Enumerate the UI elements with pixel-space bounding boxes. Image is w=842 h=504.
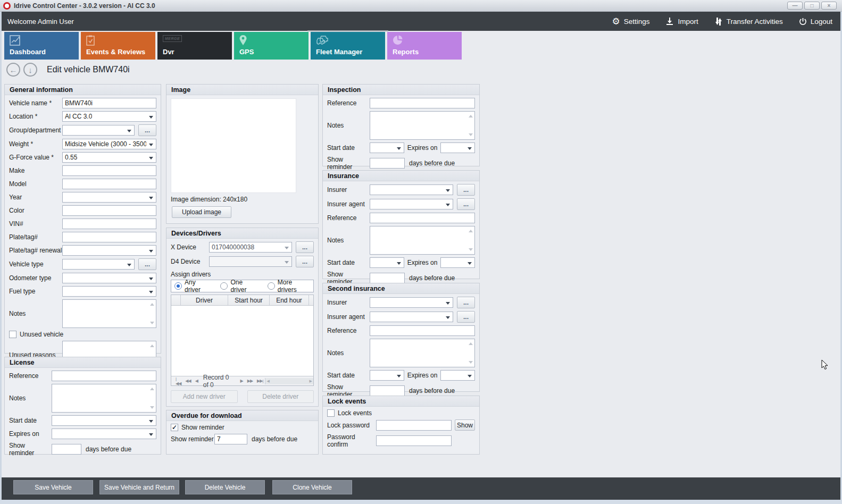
insurance-start-date-select[interactable]	[370, 257, 404, 268]
vin-input[interactable]	[62, 219, 156, 229]
next-page-button[interactable]: ▶▶	[247, 379, 253, 383]
tab-dvr[interactable]: MERGE Dvr	[157, 32, 232, 60]
transfer-activities-button[interactable]: Transfer Activities	[714, 17, 783, 26]
scroll-down-button[interactable]: ↓	[23, 63, 37, 77]
chevron-down-icon	[446, 189, 450, 192]
general-notes-textarea[interactable]	[62, 299, 156, 328]
model-input[interactable]	[62, 179, 156, 189]
clone-vehicle-button[interactable]: Clone Vehicle	[272, 480, 352, 494]
inspection-start-date-select[interactable]	[370, 142, 404, 153]
d4-device-browse-button[interactable]: ...	[296, 256, 314, 267]
show-password-button[interactable]: Show	[455, 419, 475, 431]
group-department-browse-button[interactable]: ...	[138, 124, 156, 136]
inspection-expires-select[interactable]	[440, 142, 475, 153]
radio-any-driver[interactable]: Any driver	[174, 279, 211, 293]
upload-image-button[interactable]: Upload image	[172, 206, 231, 218]
year-select[interactable]	[62, 192, 156, 203]
inspection-reminder-input[interactable]	[370, 158, 405, 169]
grid-column-start-hour[interactable]: Start hour	[228, 295, 270, 305]
insurance-expires-select[interactable]	[440, 257, 475, 268]
second-insurance-notes-textarea[interactable]	[370, 339, 475, 367]
license-expires-select[interactable]	[52, 429, 156, 439]
scroll-up-icon	[469, 342, 473, 345]
model-label: Model	[9, 180, 62, 188]
fuel-type-select[interactable]	[62, 286, 156, 297]
plate-tag-input[interactable]	[62, 232, 156, 242]
chevron-down-icon	[397, 147, 401, 150]
vehicle-type-browse-button[interactable]: ...	[138, 258, 156, 270]
grid-horizontal-scrollbar[interactable]: ◀ ▶	[265, 378, 313, 384]
overdue-reminder-checkbox[interactable]: ✓	[171, 424, 178, 431]
plate-renewal-select[interactable]	[62, 245, 156, 256]
drivers-grid-body[interactable]	[171, 306, 313, 376]
weight-select[interactable]: Midsize Vehicle (3000 - 3500 p...	[62, 139, 156, 149]
prev-page-button[interactable]: ◀◀	[185, 379, 190, 383]
insurance-reminder-input[interactable]	[370, 273, 405, 283]
back-button[interactable]: ←	[6, 63, 20, 77]
overdue-reminder-input[interactable]	[214, 434, 247, 444]
second-insurer-browse-button[interactable]: ...	[457, 297, 475, 308]
x-device-select[interactable]: 017040000038	[209, 242, 292, 253]
import-button[interactable]: Import	[665, 17, 698, 26]
insurance-notes-textarea[interactable]	[370, 226, 475, 255]
last-record-button[interactable]: ▶▶|	[257, 379, 263, 383]
odometer-type-select[interactable]	[62, 273, 156, 283]
grid-column-end-hour[interactable]: End hour	[270, 295, 309, 305]
group-department-select[interactable]	[62, 125, 135, 136]
logout-button[interactable]: Logout	[799, 18, 832, 26]
insurer-select[interactable]	[370, 184, 453, 195]
inspection-reference-input[interactable]	[370, 98, 475, 108]
second-insurer-select[interactable]	[370, 297, 453, 308]
gforce-select[interactable]: 0.55	[62, 152, 156, 163]
tab-events-reviews[interactable]: Events & Reviews	[81, 32, 155, 60]
second-insurer-agent-select[interactable]	[370, 312, 453, 322]
second-insurance-start-date-select[interactable]	[370, 370, 404, 381]
second-insurer-agent-browse-button[interactable]: ...	[457, 311, 475, 323]
panel-overdue-title: Overdue for download	[166, 410, 318, 421]
license-reference-input[interactable]	[52, 371, 156, 381]
tab-reports[interactable]: Reports	[387, 32, 462, 60]
inspection-notes-textarea[interactable]	[370, 111, 475, 140]
tab-gps[interactable]: GPS	[234, 32, 309, 60]
settings-button[interactable]: ⚙ Settings	[612, 17, 649, 26]
unused-vehicle-checkbox[interactable]	[9, 331, 16, 338]
tab-dashboard[interactable]: Dashboard	[4, 32, 79, 60]
maximize-button[interactable]: □	[804, 2, 820, 10]
make-input[interactable]	[62, 165, 156, 176]
insurer-agent-browse-button[interactable]: ...	[457, 198, 475, 210]
insurance-reference-input[interactable]	[370, 213, 475, 223]
radio-one-driver[interactable]: One driver	[220, 279, 257, 293]
second-insurance-expires-select[interactable]	[440, 370, 475, 381]
license-start-date-select[interactable]	[52, 415, 156, 426]
next-record-button[interactable]: ▶	[240, 379, 243, 383]
vehicle-name-input[interactable]	[62, 98, 156, 108]
location-select[interactable]: Al CC 3.0	[62, 111, 156, 122]
second-insurance-reminder-input[interactable]	[370, 385, 405, 396]
x-device-browse-button[interactable]: ...	[296, 241, 314, 253]
save-vehicle-return-button[interactable]: Save Vehicle and Return	[99, 480, 179, 494]
first-record-button[interactable]: |◀◀	[176, 376, 181, 386]
second-insurance-reference-input[interactable]	[370, 325, 475, 336]
d4-device-select[interactable]	[209, 256, 292, 267]
delete-driver-button[interactable]: Delete driver	[247, 390, 314, 403]
lock-events-checkbox[interactable]	[327, 409, 335, 417]
insurer-agent-select[interactable]	[370, 199, 453, 209]
tab-fleet-manager[interactable]: Fleet Manager	[311, 32, 385, 60]
insurer-browse-button[interactable]: ...	[457, 184, 475, 196]
save-vehicle-button[interactable]: Save Vehicle	[13, 480, 93, 494]
prev-record-button[interactable]: ◀	[195, 379, 198, 383]
radio-more-drivers[interactable]: More drivers	[268, 279, 310, 293]
vehicle-type-select[interactable]	[62, 259, 135, 270]
license-notes-textarea[interactable]	[52, 384, 156, 413]
delete-vehicle-button[interactable]: Delete Vehicle	[185, 480, 265, 494]
color-input[interactable]	[62, 205, 156, 216]
add-new-driver-button[interactable]: Add new driver	[171, 390, 238, 403]
grid-column-driver[interactable]: Driver	[181, 295, 228, 305]
lock-password-input[interactable]	[376, 420, 452, 431]
tab-gps-label: GPS	[239, 48, 254, 56]
close-button[interactable]: ×	[821, 2, 837, 10]
minimize-button[interactable]: —	[787, 2, 803, 10]
license-reminder-input[interactable]	[52, 444, 81, 455]
password-confirm-input[interactable]	[376, 435, 452, 446]
footer-bar: Save Vehicle Save Vehicle and Return Del…	[2, 477, 840, 500]
